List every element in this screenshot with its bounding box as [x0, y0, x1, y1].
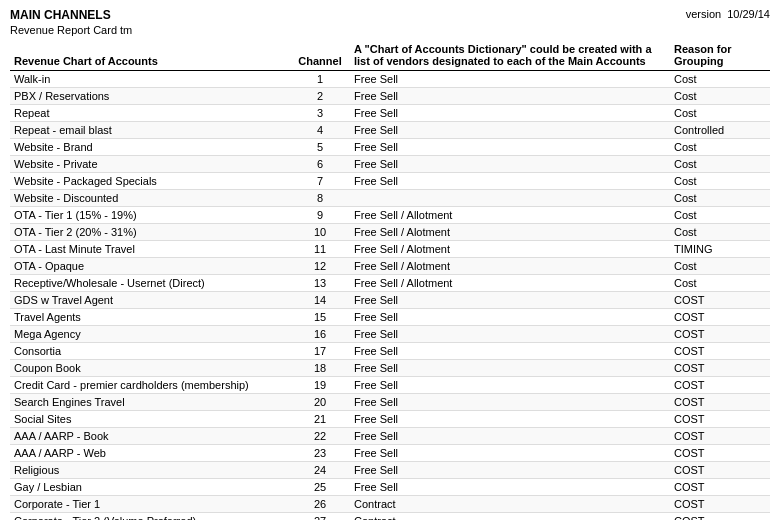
- cell-description: Free Sell: [350, 377, 670, 394]
- table-body: Walk-in1Free SellCostPBX / Reservations2…: [10, 71, 770, 521]
- cell-description: Free Sell / Allotment: [350, 207, 670, 224]
- cell-description: Free Sell: [350, 428, 670, 445]
- cell-reason: COST: [670, 360, 770, 377]
- cell-account: Receptive/Wholesale - Usernet (Direct): [10, 275, 290, 292]
- cell-account: Search Engines Travel: [10, 394, 290, 411]
- cell-channel: 20: [290, 394, 350, 411]
- cell-channel: 18: [290, 360, 350, 377]
- cell-description: Contract: [350, 496, 670, 513]
- cell-description: Free Sell: [350, 173, 670, 190]
- cell-channel: 16: [290, 326, 350, 343]
- cell-account: Mega Agency: [10, 326, 290, 343]
- cell-channel: 9: [290, 207, 350, 224]
- cell-channel: 12: [290, 258, 350, 275]
- cell-account: Social Sites: [10, 411, 290, 428]
- table-row: Walk-in1Free SellCost: [10, 71, 770, 88]
- cell-channel: 8: [290, 190, 350, 207]
- table-row: Corporate - Tier 126ContractCOST: [10, 496, 770, 513]
- subtitle: Revenue Report Card tm: [10, 24, 770, 36]
- table-row: Coupon Book18Free SellCOST: [10, 360, 770, 377]
- table-row: Corporate - Tier 2 (Volume Preferred)27C…: [10, 513, 770, 521]
- cell-reason: Cost: [670, 156, 770, 173]
- cell-channel: 17: [290, 343, 350, 360]
- cell-account: Travel Agents: [10, 309, 290, 326]
- cell-account: AAA / AARP - Book: [10, 428, 290, 445]
- cell-reason: Cost: [670, 258, 770, 275]
- cell-account: Website - Private: [10, 156, 290, 173]
- cell-channel: 13: [290, 275, 350, 292]
- cell-reason: Cost: [670, 88, 770, 105]
- col-header-reason: Reason for Grouping: [670, 40, 770, 71]
- cell-description: Free Sell / Alotment: [350, 258, 670, 275]
- cell-description: Free Sell: [350, 394, 670, 411]
- table-row: AAA / AARP - Web23Free SellCOST: [10, 445, 770, 462]
- cell-reason: Cost: [670, 190, 770, 207]
- cell-channel: 6: [290, 156, 350, 173]
- cell-reason: Cost: [670, 105, 770, 122]
- cell-description: Free Sell: [350, 122, 670, 139]
- cell-reason: COST: [670, 445, 770, 462]
- cell-description: Free Sell: [350, 462, 670, 479]
- cell-account: GDS w Travel Agent: [10, 292, 290, 309]
- header-row: MAIN CHANNELS version 10/29/14: [10, 8, 770, 22]
- cell-reason: COST: [670, 496, 770, 513]
- table-row: OTA - Tier 2 (20% - 31%)10Free Sell / Al…: [10, 224, 770, 241]
- cell-account: Coupon Book: [10, 360, 290, 377]
- cell-account: Walk-in: [10, 71, 290, 88]
- cell-channel: 5: [290, 139, 350, 156]
- cell-description: Free Sell: [350, 309, 670, 326]
- table-row: Religious24Free SellCOST: [10, 462, 770, 479]
- cell-description: Free Sell: [350, 88, 670, 105]
- cell-account: Repeat - email blast: [10, 122, 290, 139]
- version-info: version 10/29/14: [686, 8, 770, 20]
- cell-description: Free Sell: [350, 156, 670, 173]
- table-row: GDS w Travel Agent14Free SellCOST: [10, 292, 770, 309]
- cell-account: Website - Brand: [10, 139, 290, 156]
- cell-description: [350, 190, 670, 207]
- table-row: Consortia17Free SellCOST: [10, 343, 770, 360]
- cell-channel: 21: [290, 411, 350, 428]
- cell-description: Free Sell / Alotment: [350, 241, 670, 258]
- cell-description: Free Sell: [350, 479, 670, 496]
- cell-account: Consortia: [10, 343, 290, 360]
- cell-reason: COST: [670, 411, 770, 428]
- cell-channel: 1: [290, 71, 350, 88]
- col-header-description: A "Chart of Accounts Dictionary" could b…: [350, 40, 670, 71]
- table-row: OTA - Opaque12Free Sell / AlotmentCost: [10, 258, 770, 275]
- cell-channel: 2: [290, 88, 350, 105]
- cell-reason: Cost: [670, 275, 770, 292]
- cell-reason: COST: [670, 513, 770, 521]
- cell-channel: 23: [290, 445, 350, 462]
- cell-channel: 27: [290, 513, 350, 521]
- table-row: Website - Packaged Specials7Free SellCos…: [10, 173, 770, 190]
- cell-account: PBX / Reservations: [10, 88, 290, 105]
- cell-account: Religious: [10, 462, 290, 479]
- cell-account: Corporate - Tier 1: [10, 496, 290, 513]
- cell-account: Gay / Lesbian: [10, 479, 290, 496]
- table-row: Repeat3Free SellCost: [10, 105, 770, 122]
- cell-account: OTA - Tier 1 (15% - 19%): [10, 207, 290, 224]
- cell-channel: 3: [290, 105, 350, 122]
- revenue-table: Revenue Chart of Accounts Channel A "Cha…: [10, 40, 770, 520]
- cell-reason: Cost: [670, 71, 770, 88]
- cell-account: OTA - Opaque: [10, 258, 290, 275]
- cell-reason: COST: [670, 479, 770, 496]
- cell-description: Free Sell: [350, 343, 670, 360]
- table-row: PBX / Reservations2Free SellCost: [10, 88, 770, 105]
- cell-account: Credit Card - premier cardholders (membe…: [10, 377, 290, 394]
- table-row: Receptive/Wholesale - Usernet (Direct)13…: [10, 275, 770, 292]
- cell-description: Contract: [350, 513, 670, 521]
- version-label: version: [686, 8, 721, 20]
- table-row: Search Engines Travel20Free SellCOST: [10, 394, 770, 411]
- cell-reason: Cost: [670, 173, 770, 190]
- cell-channel: 15: [290, 309, 350, 326]
- table-row: Website - Discounted8Cost: [10, 190, 770, 207]
- cell-reason: COST: [670, 377, 770, 394]
- table-row: OTA - Last Minute Travel11Free Sell / Al…: [10, 241, 770, 258]
- cell-reason: COST: [670, 462, 770, 479]
- table-row: Website - Brand5Free SellCost: [10, 139, 770, 156]
- cell-reason: COST: [670, 292, 770, 309]
- table-row: Website - Private6Free SellCost: [10, 156, 770, 173]
- table-row: Social Sites21Free SellCOST: [10, 411, 770, 428]
- cell-reason: COST: [670, 326, 770, 343]
